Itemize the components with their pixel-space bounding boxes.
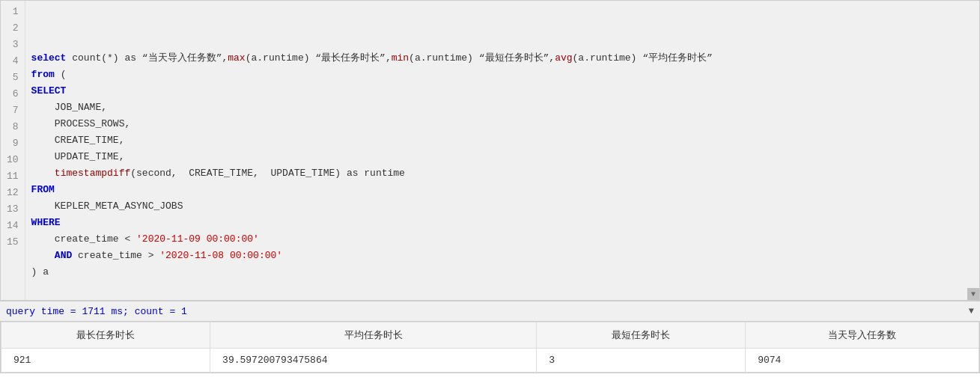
table-header-2: 最短任务时长 xyxy=(537,322,746,349)
line-number-6: 6 xyxy=(7,86,19,102)
status-bar: query time = 1711 ms; count = 1 ▼ xyxy=(0,301,980,322)
result-area: 最长任务时长平均任务时长最短任务时长当天导入任务数 92139.59720079… xyxy=(0,322,980,373)
code-content[interactable]: select count(*) as “当天导入任务数”,max(a.runti… xyxy=(25,1,979,300)
code-line-15 xyxy=(31,281,973,297)
code-line-1: select count(*) as “当天导入任务数”,max(a.runti… xyxy=(31,50,973,67)
table-cell-0-2: 3 xyxy=(537,349,746,373)
code-token: max xyxy=(228,51,245,67)
line-number-12: 12 xyxy=(7,185,19,201)
code-token: UPDATE_TIME, xyxy=(31,150,125,165)
code-line-4: JOB_NAME, xyxy=(31,99,973,116)
code-token xyxy=(31,166,55,182)
line-number-13: 13 xyxy=(7,201,19,218)
query-status: query time = 1711 ms; count = 1 xyxy=(6,306,187,317)
code-token: CREATE_TIME, xyxy=(31,133,125,149)
code-token: create_time > xyxy=(72,248,159,264)
table-header-row: 最长任务时长平均任务时长最短任务时长当天导入任务数 xyxy=(1,322,979,349)
code-line-5: PROCESS_ROWS, xyxy=(31,116,973,132)
code-line-3: SELECT xyxy=(31,83,973,99)
code-line-2: from ( xyxy=(31,67,973,83)
table-row: 92139.59720079347586439074 xyxy=(1,349,979,373)
code-token: select xyxy=(31,51,67,67)
code-token: timestampdiff xyxy=(55,166,130,182)
line-number-10: 10 xyxy=(7,152,19,168)
line-number-5: 5 xyxy=(7,70,19,86)
line-number-9: 9 xyxy=(7,135,19,152)
code-token: avg xyxy=(555,51,572,67)
code-token: (second, CREATE_TIME, UPDATE_TIME) xyxy=(130,166,347,182)
line-number-3: 3 xyxy=(7,37,19,53)
code-token: PROCESS_ROWS, xyxy=(31,117,131,132)
code-token: (a.runtime) “平均任务时长” xyxy=(573,51,713,67)
code-token: “当天导入任务数”, xyxy=(136,51,228,67)
code-token: (a.runtime) “最长任务时长”, xyxy=(246,51,392,67)
code-token: JOB_NAME, xyxy=(31,100,107,116)
line-number-14: 14 xyxy=(7,218,19,234)
code-token: as xyxy=(124,51,136,67)
sql-editor: 123456789101112131415 select count(*) as… xyxy=(0,0,980,301)
code-line-10: KEPLER_META_ASYNC_JOBS xyxy=(31,198,973,215)
code-token: create_time < xyxy=(31,232,136,248)
code-line-14: ) a xyxy=(31,264,973,281)
code-token: FROM xyxy=(31,183,55,198)
table-header-1: 平均任务时长 xyxy=(210,322,537,349)
code-token xyxy=(31,248,55,264)
line-number-4: 4 xyxy=(7,53,19,70)
line-number-11: 11 xyxy=(7,168,19,185)
code-line-7: UPDATE_TIME, xyxy=(31,149,973,165)
line-number-15: 15 xyxy=(7,234,19,251)
code-token: '2020-11-09 00:00:00' xyxy=(136,232,259,248)
line-number-2: 2 xyxy=(7,20,19,37)
code-line-8: timestampdiff(second, CREATE_TIME, UPDAT… xyxy=(31,165,973,182)
code-token: WHERE xyxy=(31,215,61,231)
code-token: KEPLER_META_ASYNC_JOBS xyxy=(31,199,183,215)
table-header-0: 最长任务时长 xyxy=(1,322,210,349)
code-token: count(*) xyxy=(66,51,124,67)
line-number-1: 1 xyxy=(7,4,19,20)
code-token: runtime xyxy=(359,166,405,182)
code-token: '2020-11-08 00:00:00' xyxy=(159,248,282,264)
line-numbers: 123456789101112131415 xyxy=(1,1,25,300)
code-token: min xyxy=(392,51,409,67)
code-line-12: create_time < '2020-11-09 00:00:00' xyxy=(31,231,973,248)
code-line-9: FROM xyxy=(31,182,973,198)
code-token: ) a xyxy=(31,265,49,281)
code-token: SELECT xyxy=(31,84,67,99)
code-token: ( xyxy=(55,67,67,83)
line-number-8: 8 xyxy=(7,119,19,135)
code-token: from xyxy=(31,67,55,83)
expand-icon[interactable]: ▼ xyxy=(969,306,974,316)
table-header-3: 当天导入任务数 xyxy=(746,322,979,349)
code-line-13: AND create_time > '2020-11-08 00:00:00' xyxy=(31,248,973,264)
scrollbar-down-icon[interactable]: ▼ xyxy=(967,288,979,300)
code-line-6: CREATE_TIME, xyxy=(31,132,973,149)
result-table: 最长任务时长平均任务时长最短任务时长当天导入任务数 92139.59720079… xyxy=(1,322,979,373)
code-line-11: WHERE xyxy=(31,215,973,231)
code-token: (a.runtime) “最短任务时长”, xyxy=(409,51,555,67)
code-token: AND xyxy=(55,248,72,264)
code-token: as xyxy=(347,166,359,182)
table-cell-0-0: 921 xyxy=(1,349,210,373)
table-cell-0-1: 39.597200793475864 xyxy=(210,349,537,373)
line-number-7: 7 xyxy=(7,102,19,119)
table-cell-0-3: 9074 xyxy=(746,349,979,373)
